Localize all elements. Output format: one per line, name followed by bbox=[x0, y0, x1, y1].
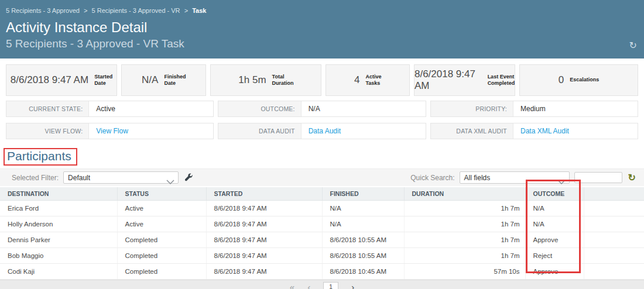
page-header: 5 Recipients - 3 Approved > 5 Recipients… bbox=[0, 0, 644, 59]
card-total-duration: 1h 5m Total Duration bbox=[210, 64, 321, 96]
data-audit-link[interactable]: Data Audit bbox=[309, 127, 341, 135]
cell-started: 8/6/2018 9:47 AM bbox=[206, 232, 322, 247]
table-row[interactable]: Codi Kaji Completed 8/6/2018 9:47 AM 8/6… bbox=[0, 263, 644, 279]
field-data-audit: DATA AUDIT Data Audit bbox=[218, 123, 426, 139]
cell-finished: 8/6/2018 10:45 AM bbox=[322, 263, 404, 279]
escalations-label: Escalations bbox=[570, 77, 599, 83]
wrench-icon bbox=[184, 175, 193, 184]
info-fields: CURRENT STATE: Active OUTCOME: N/A PRIOR… bbox=[6, 101, 638, 139]
selected-filter-dropdown[interactable]: Default bbox=[63, 171, 179, 184]
page-subtitle: 5 Recipients - 3 Approved - VR Task bbox=[6, 37, 636, 50]
view-flow-link[interactable]: View Flow bbox=[96, 127, 128, 135]
cell-finished: N/A bbox=[322, 200, 404, 216]
finished-date-label: Finished Date bbox=[164, 74, 186, 87]
participants-table: DESTINATION STATUS STARTED FINISHED DURA… bbox=[0, 187, 644, 280]
cell-duration: 1h 7m bbox=[404, 216, 525, 232]
cell-destination: Codi Kaji bbox=[0, 263, 117, 279]
started-date-label: Started Date bbox=[94, 74, 112, 87]
first-page-icon[interactable]: « bbox=[290, 283, 294, 289]
total-duration-value: 1h 5m bbox=[238, 74, 266, 86]
grid-toolbar: Selected Filter: Default Quick Search: A… bbox=[0, 168, 644, 186]
field-priority: PRIORITY: Medium bbox=[430, 101, 638, 117]
started-date-value: 8/6/2018 9:47 AM bbox=[11, 74, 88, 86]
cell-started: 8/6/2018 9:47 AM bbox=[206, 200, 322, 216]
cell-filler bbox=[584, 263, 644, 279]
grid-refresh-icon[interactable]: ↻ bbox=[628, 173, 636, 183]
cell-finished: 8/6/2018 10:55 AM bbox=[322, 247, 404, 263]
page-title: Activity Instance Detail bbox=[6, 19, 636, 36]
cell-duration: 1h 7m bbox=[404, 232, 525, 247]
chevron-down-icon bbox=[557, 176, 566, 187]
data-xml-audit-label: DATA XML AUDIT bbox=[431, 123, 513, 139]
cell-status: Active bbox=[117, 200, 206, 216]
column-header-destination[interactable]: DESTINATION bbox=[0, 187, 117, 200]
card-active-tasks: 4 Active Tasks bbox=[326, 64, 410, 96]
breadcrumb-item-task: Task bbox=[192, 7, 206, 14]
cell-status: Completed bbox=[117, 247, 206, 263]
selected-filter-label: Selected Filter: bbox=[12, 174, 59, 182]
current-state-label: CURRENT STATE: bbox=[6, 101, 89, 116]
cell-outcome: N/A bbox=[525, 200, 584, 216]
breadcrumb: 5 Recipients - 3 Approved > 5 Recipients… bbox=[6, 7, 636, 14]
table-row[interactable]: Bob Maggio Completed 8/6/2018 9:47 AM 8/… bbox=[0, 247, 644, 263]
column-header-finished[interactable]: FINISHED bbox=[322, 187, 404, 200]
outcome-label: OUTCOME: bbox=[218, 101, 301, 116]
card-started-date: 8/6/2018 9:47 AM Started Date bbox=[6, 64, 117, 96]
cell-filler bbox=[584, 247, 644, 263]
column-header-duration[interactable]: DURATION bbox=[404, 187, 525, 200]
participants-heading: Participants bbox=[4, 148, 77, 166]
cell-started: 8/6/2018 9:47 AM bbox=[206, 263, 322, 279]
table-row[interactable]: Dennis Parker Completed 8/6/2018 9:47 AM… bbox=[0, 232, 644, 247]
cell-duration: 57m 10s bbox=[404, 263, 525, 279]
view-flow-label: VIEW FLOW: bbox=[6, 123, 89, 139]
total-duration-label: Total Duration bbox=[272, 74, 294, 87]
quick-search-group: Quick Search: All fields ↻ bbox=[410, 171, 644, 184]
quick-search-field-value: All fields bbox=[464, 174, 491, 182]
cell-destination: Erica Ford bbox=[0, 200, 117, 216]
cell-status: Active bbox=[117, 216, 206, 232]
cell-outcome: Reject bbox=[525, 247, 584, 263]
cell-destination: Holly Anderson bbox=[0, 216, 117, 232]
outcome-value: N/A bbox=[302, 101, 426, 116]
table-header-row: DESTINATION STATUS STARTED FINISHED DURA… bbox=[0, 187, 644, 200]
filter-settings-button[interactable] bbox=[184, 173, 193, 182]
priority-value: Medium bbox=[513, 101, 638, 116]
quick-search-input[interactable] bbox=[574, 172, 622, 183]
column-header-outcome[interactable]: OUTCOME bbox=[525, 187, 584, 200]
refresh-icon[interactable]: ↻ bbox=[629, 41, 637, 50]
field-current-state: CURRENT STATE: Active bbox=[6, 101, 214, 117]
active-tasks-label: Active Tasks bbox=[365, 74, 381, 87]
table-row[interactable]: Erica Ford Active 8/6/2018 9:47 AM N/A 1… bbox=[0, 200, 644, 216]
cell-destination: Bob Maggio bbox=[0, 247, 117, 263]
breadcrumb-separator: > bbox=[184, 7, 188, 14]
field-data-xml-audit: DATA XML AUDIT Data XML Audit bbox=[430, 123, 638, 139]
next-page-icon[interactable]: › bbox=[351, 283, 354, 289]
cell-duration: 1h 7m bbox=[404, 247, 525, 263]
cell-filler bbox=[584, 216, 644, 232]
cell-status: Completed bbox=[117, 232, 206, 247]
cell-filler bbox=[584, 232, 644, 247]
cell-outcome: Approve bbox=[525, 263, 584, 279]
column-header-started[interactable]: STARTED bbox=[206, 187, 322, 200]
quick-search-field-dropdown[interactable]: All fields bbox=[460, 171, 570, 184]
cell-finished: N/A bbox=[322, 216, 404, 232]
field-view-flow: VIEW FLOW: View Flow bbox=[6, 123, 214, 139]
cell-destination: Dennis Parker bbox=[0, 232, 117, 247]
cell-finished: 8/6/2018 10:55 AM bbox=[322, 232, 404, 247]
cell-started: 8/6/2018 9:47 AM bbox=[206, 247, 322, 263]
breadcrumb-item-workflow[interactable]: 5 Recipients - 3 Approved bbox=[6, 7, 80, 14]
data-xml-audit-link[interactable]: Data XML Audit bbox=[520, 127, 569, 135]
cell-outcome: N/A bbox=[525, 216, 584, 232]
current-page-input[interactable] bbox=[323, 282, 338, 289]
current-state-value: Active bbox=[89, 101, 213, 116]
last-event-value: 8/6/2018 9:47 AM bbox=[415, 68, 482, 92]
table-row[interactable]: Holly Anderson Active 8/6/2018 9:47 AM N… bbox=[0, 216, 644, 232]
column-header-filler bbox=[584, 187, 644, 200]
active-tasks-value: 4 bbox=[354, 74, 359, 86]
data-audit-label: DATA AUDIT bbox=[218, 123, 301, 139]
previous-page-icon[interactable]: ‹ bbox=[307, 283, 310, 289]
breadcrumb-item-activity[interactable]: 5 Recipients - 3 Approved - VR bbox=[92, 7, 180, 14]
cell-duration: 1h 7m bbox=[404, 200, 525, 216]
breadcrumb-separator: > bbox=[84, 7, 87, 14]
column-header-status[interactable]: STATUS bbox=[117, 187, 206, 200]
